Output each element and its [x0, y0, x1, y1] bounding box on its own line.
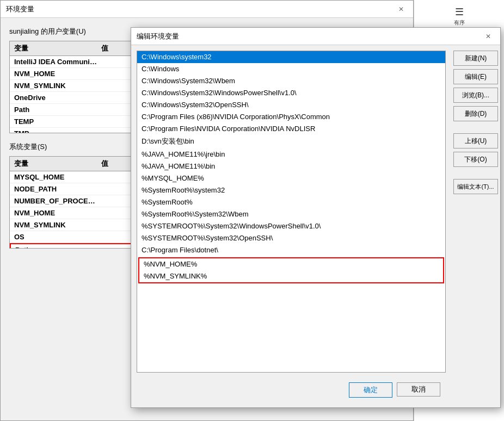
delete-button[interactable]: 删除(D)	[453, 106, 498, 121]
path-item-16[interactable]: C:\Program Files\dotnet\	[137, 244, 445, 256]
path-item-3[interactable]: C:\Windows\System32\WindowsPowerShell\v1…	[137, 87, 445, 99]
path-item-15[interactable]: %SYSTEMROOT%\System32\OpenSSH\	[137, 232, 445, 244]
move-up-button[interactable]: 上移(U)	[453, 133, 498, 148]
titlebar-buttons: ✕	[395, 4, 408, 15]
edit-env-dialog: 编辑环境变量 ✕ C:\Windows\system32 C:\Windows …	[131, 27, 501, 408]
ordered-list-icon: ☰	[455, 6, 464, 18]
path-item-4[interactable]: C:\Windows\System32\OpenSSH\	[137, 99, 445, 111]
dialog-ok-button[interactable]: 确定	[349, 382, 392, 398]
side-buttons-area: 新建(N) 编辑(E) 浏览(B)... 删除(D) 上移(U) 下移(O) 编…	[451, 45, 500, 407]
path-item-9[interactable]: %JAVA_HOME11%\bin	[137, 160, 445, 172]
move-down-button[interactable]: 下移(O)	[453, 152, 498, 167]
env-window-close-btn[interactable]: ✕	[395, 4, 408, 15]
env-window-title: 环境变量	[6, 4, 34, 14]
toolbar-ordered-label: 有序	[454, 19, 465, 27]
edit-dialog-titlebar: 编辑环境变量 ✕	[131, 28, 500, 45]
path-item-12[interactable]: %SystemRoot%	[137, 196, 445, 208]
path-item-5[interactable]: C:\Program Files (x86)\NVIDIA Corporatio…	[137, 111, 445, 123]
path-item-7[interactable]: D:\svn安装包\bin	[137, 135, 445, 148]
path-item-11[interactable]: %SystemRoot%\system32	[137, 184, 445, 196]
dialog-cancel-button[interactable]: 取消	[397, 382, 440, 397]
edit-dialog-close-btn[interactable]: ✕	[482, 31, 495, 42]
path-item-2[interactable]: C:\Windows\System32\Wbem	[137, 75, 445, 87]
env-window-titlebar: 环境变量 ✕	[1, 1, 413, 18]
edit-dialog-content: C:\Windows\system32 C:\Windows C:\Window…	[131, 45, 500, 407]
dialog-bottom-buttons: 确定 取消	[137, 378, 446, 402]
sys-col-name-header: 变量	[12, 158, 99, 170]
path-item-17[interactable]: %NVM_HOME%	[139, 258, 443, 270]
new-button[interactable]: 新建(N)	[453, 51, 498, 66]
path-item-6[interactable]: C:\Program Files\NVIDIA Corporation\NVID…	[137, 123, 445, 135]
browse-button[interactable]: 浏览(B)...	[453, 88, 498, 103]
red-highlight-group: %NVM_HOME% %NVM_SYMLINK%	[138, 257, 444, 283]
edit-text-button[interactable]: 编辑文本(T)...	[453, 179, 498, 194]
path-item-10[interactable]: %MYSQL_HOME%	[137, 172, 445, 184]
toolbar-btn-ordered[interactable]: ☰ 有序	[447, 4, 471, 28]
path-item-1[interactable]: C:\Windows	[137, 63, 445, 75]
path-item-14[interactable]: %SYSTEMROOT%\System32\WindowsPowerShell\…	[137, 220, 445, 232]
path-list-area: C:\Windows\system32 C:\Windows C:\Window…	[131, 45, 451, 407]
path-item-0[interactable]: C:\Windows\system32	[137, 51, 445, 63]
path-item-13[interactable]: %SystemRoot%\System32\Wbem	[137, 208, 445, 220]
user-col-name-header: 变量	[12, 42, 99, 54]
edit-button[interactable]: 编辑(E)	[453, 69, 498, 84]
path-item-18[interactable]: %NVM_SYMLINK%	[139, 270, 443, 282]
edit-dialog-title: 编辑环境变量	[137, 32, 179, 41]
path-listbox[interactable]: C:\Windows\system32 C:\Windows C:\Window…	[137, 51, 446, 373]
path-item-8[interactable]: %JAVA_HOME11%\jre\bin	[137, 148, 445, 160]
